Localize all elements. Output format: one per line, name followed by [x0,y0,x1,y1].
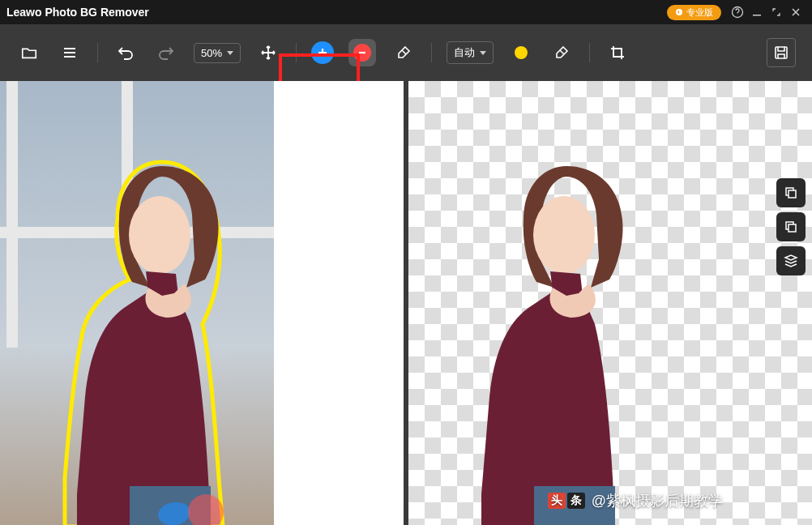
svg-rect-9 [788,190,796,198]
chevron-down-icon [227,51,233,55]
pro-badge[interactable]: 专业版 [667,5,721,20]
copy-layer-button[interactable] [776,178,806,207]
zoom-select[interactable]: 50% [194,43,241,63]
original-panel[interactable] [0,81,404,525]
close-button[interactable] [786,2,806,22]
remove-background-button[interactable] [348,39,376,66]
redo-button[interactable] [153,40,179,66]
person-cutout [457,138,676,525]
svg-point-4 [129,196,190,274]
chevron-down-icon [480,51,486,55]
watermark: 头 条 @紫枫摄影后期教学 [548,491,723,510]
minimize-button[interactable] [747,2,767,22]
svg-point-6 [533,196,595,274]
eraser-tool[interactable] [391,40,417,66]
svg-rect-10 [788,224,796,232]
app-title: Leawo Photo BG Remover [6,6,667,19]
svg-rect-3 [776,47,787,58]
divider [97,43,98,62]
crop-tool[interactable] [605,40,630,66]
menu-button[interactable] [57,40,83,66]
eraser-tool-2[interactable] [549,40,575,66]
yellow-dot-icon [515,46,528,59]
duplicate-button[interactable] [776,212,806,241]
background-marker [188,494,224,525]
add-foreground-button[interactable] [311,41,334,64]
svg-rect-2 [753,15,761,16]
person-selection [53,138,271,525]
undo-button[interactable] [113,40,139,66]
divider [296,43,297,62]
brush-mode-select[interactable]: 自动 [447,41,494,64]
layers-button[interactable] [776,246,806,275]
open-file-button[interactable] [16,40,42,66]
help-icon[interactable] [728,2,747,22]
move-tool[interactable] [255,40,281,66]
divider [431,43,432,62]
workspace: 头 条 @紫枫摄影后期教学 [0,81,812,525]
result-panel[interactable] [408,81,812,525]
color-indicator[interactable] [508,40,534,66]
divider [589,43,590,62]
maximize-button[interactable] [767,2,786,22]
save-button[interactable] [767,38,796,67]
